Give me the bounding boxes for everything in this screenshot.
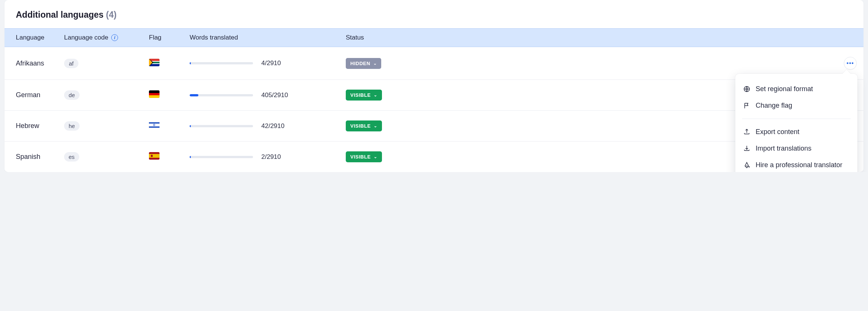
col-header-flag: Flag: [149, 34, 190, 41]
globe-icon: [743, 85, 750, 93]
progress: 2/2910: [190, 153, 346, 161]
download-icon: [743, 145, 750, 152]
menu-change-flag-label: Change flag: [756, 101, 850, 110]
col-header-status: Status: [346, 34, 841, 41]
menu-export-label: Export content: [756, 127, 850, 136]
title-text: Additional languages: [16, 10, 104, 20]
progress-bar: [190, 62, 253, 64]
progress: 405/2910: [190, 91, 346, 99]
status-label: HIDDEN: [350, 61, 370, 66]
progress: 4/2910: [190, 59, 346, 67]
language-code-pill: he: [64, 121, 80, 131]
flag-icon: [149, 90, 159, 98]
status-badge[interactable]: VISIBLE⌄: [346, 120, 382, 131]
menu-hire-label: Hire a professional translator: [756, 160, 850, 169]
more-actions-button[interactable]: •••: [844, 57, 857, 70]
chevron-down-icon: ⌄: [374, 154, 377, 159]
table-row: Spanishes2/2910VISIBLE⌄: [5, 142, 863, 172]
table-row: Hebrewhe42/2910VISIBLE⌄: [5, 111, 863, 142]
col-header-code-label: Language code: [64, 34, 108, 41]
upload-icon: [743, 128, 750, 136]
table-header: Language Language code i Flag Words tran…: [5, 28, 863, 47]
menu-import-label: Import translations: [756, 144, 850, 153]
flag-icon: [149, 59, 159, 66]
menu-change-flag[interactable]: Change flag: [735, 97, 857, 114]
status-badge[interactable]: VISIBLE⌄: [346, 151, 382, 162]
progress-bar: [190, 156, 253, 158]
col-header-language: Language: [5, 34, 64, 41]
progress-bar: [190, 94, 253, 96]
progress-text: 2/2910: [261, 153, 281, 161]
language-name: Spanish: [16, 153, 40, 160]
language-name: Hebrew: [16, 122, 39, 130]
menu-import-translations[interactable]: Import translations: [735, 140, 857, 157]
menu-set-regional-label: Set regional format: [756, 84, 850, 93]
status-label: VISIBLE: [350, 92, 371, 98]
menu-separator: [742, 119, 851, 119]
status-badge[interactable]: VISIBLE⌄: [346, 90, 382, 101]
table-row: Afrikaansaf4/2910HIDDEN⌄•••: [5, 47, 863, 80]
menu-set-regional-format[interactable]: Set regional format: [735, 81, 857, 97]
language-code-pill: de: [64, 90, 80, 100]
languages-card: Additional languages (4) Language Langua…: [5, 0, 863, 172]
table-body: Afrikaansaf4/2910HIDDEN⌄•••Germande405/2…: [5, 47, 863, 172]
col-header-code: Language code i: [64, 34, 149, 41]
progress: 42/2910: [190, 122, 346, 130]
language-code-pill: af: [64, 59, 78, 68]
flag-icon: [743, 102, 750, 109]
chevron-down-icon: ⌄: [373, 61, 377, 66]
flag-icon: [149, 121, 159, 129]
progress-text: 405/2910: [261, 91, 288, 99]
status-label: VISIBLE: [350, 154, 371, 160]
chevron-down-icon: ⌄: [374, 123, 377, 128]
row-actions-menu: Set regional format Change flag: [735, 74, 857, 172]
info-icon[interactable]: i: [111, 34, 118, 41]
pen-plus-icon: [743, 161, 750, 169]
col-header-words: Words translated: [190, 34, 346, 41]
status-label: VISIBLE: [350, 123, 371, 129]
card-title: Additional languages (4): [16, 10, 117, 20]
progress-bar: [190, 125, 253, 127]
card-header: Additional languages (4): [5, 0, 863, 28]
status-badge[interactable]: HIDDEN⌄: [346, 58, 381, 69]
chevron-down-icon: ⌄: [374, 93, 377, 98]
menu-export-content[interactable]: Export content: [735, 123, 857, 140]
language-code-pill: es: [64, 152, 79, 162]
language-name: Afrikaans: [16, 59, 44, 67]
title-count: (4): [106, 10, 117, 20]
progress-text: 42/2910: [261, 122, 284, 130]
table-row: Germande405/2910VISIBLE⌄: [5, 80, 863, 111]
menu-hire-translator[interactable]: Hire a professional translator: [735, 157, 857, 172]
flag-icon: [149, 152, 159, 160]
progress-text: 4/2910: [261, 59, 281, 67]
language-name: German: [16, 91, 40, 99]
